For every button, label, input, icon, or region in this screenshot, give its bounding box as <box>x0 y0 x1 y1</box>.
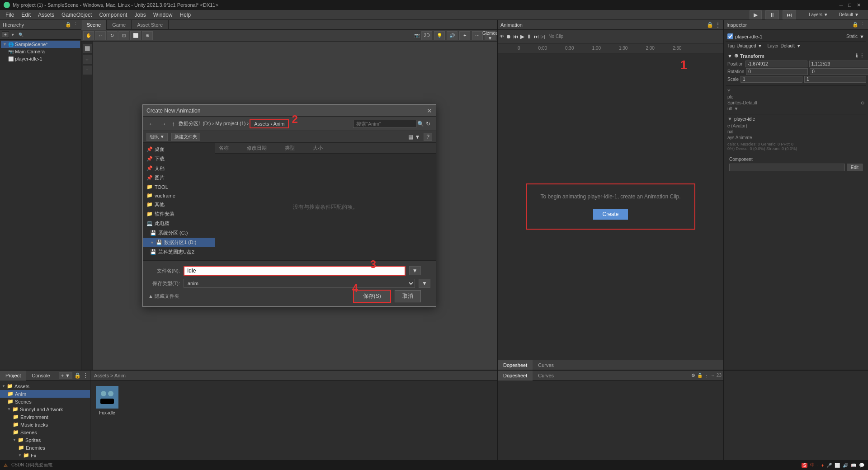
menu-help[interactable]: Help <box>176 12 195 18</box>
hierarchy-item-maincamera[interactable]: 📷 Main Camera <box>1 48 80 55</box>
tree-item-pictures[interactable]: 📌 图片 <box>143 173 215 183</box>
cancel-btn[interactable]: 取消 <box>395 290 421 302</box>
tab-curves[interactable]: Curves <box>533 360 559 370</box>
position-y-field[interactable] <box>809 61 868 67</box>
pt-item-anim[interactable]: 📁 Anim <box>0 390 90 398</box>
animator-expand[interactable]: ▼ <box>727 116 732 122</box>
inspector-lock-icon[interactable]: 🔒 <box>852 22 859 28</box>
project-add-btn[interactable]: + ▼ <box>59 372 72 379</box>
preview-icon[interactable]: 👁 <box>500 34 504 39</box>
menu-file[interactable]: File <box>2 12 18 18</box>
static-dropdown-icon[interactable]: ▼ <box>859 34 864 39</box>
pt-item-sunnyland[interactable]: ▼ 📁 SunnyLand Artwork <box>0 405 90 413</box>
pt-item-environment[interactable]: 📁 Environment <box>0 413 90 421</box>
lighting-btn[interactable]: 💡 <box>434 31 445 40</box>
scale-x-field[interactable] <box>741 76 802 83</box>
hierarchy-search-icon[interactable]: 🔍 <box>19 33 24 37</box>
minimize-btn[interactable]: ─ <box>840 2 843 8</box>
pt-item-assets[interactable]: ▼ 📁 Assets <box>0 382 90 390</box>
audio-btn[interactable]: 🔊 <box>447 31 458 40</box>
inspector-dropdown-ult[interactable]: ▼ <box>734 106 739 111</box>
hierarchy-add-btn[interactable]: + <box>2 31 9 38</box>
scene-tool-hand[interactable]: ✋ <box>83 31 94 40</box>
anim-play-btn[interactable]: ▶ <box>520 33 524 40</box>
hierarchy-menu-icon[interactable]: ⋮ <box>73 22 78 28</box>
scene-menu-btn[interactable]: ⋯ <box>472 31 483 40</box>
tag-dropdown-icon[interactable]: ▼ <box>758 44 762 48</box>
hierarchy-dropdown-icon[interactable]: ▼ <box>11 33 15 37</box>
object-active-toggle[interactable] <box>727 33 733 39</box>
scene-tool-scale[interactable]: ⊡ <box>118 31 129 40</box>
inspector-menu-icon[interactable]: ⋮ <box>860 22 865 28</box>
menu-edit[interactable]: Edit <box>18 12 34 18</box>
layer-value[interactable]: Default <box>780 43 795 48</box>
dialog-close-btn[interactable]: ✕ <box>427 107 432 114</box>
menu-assets[interactable]: Assets <box>34 12 58 18</box>
menu-window[interactable]: Window <box>150 12 176 18</box>
tab-project[interactable]: Project <box>0 371 26 381</box>
create-animation-btn[interactable]: Create <box>593 209 627 220</box>
dialog-up-btn[interactable]: ↑ <box>170 119 177 128</box>
pt-item-scenes[interactable]: 📁 Scenes <box>0 398 90 405</box>
pt-item-fx[interactable]: ▼ 📁 Fx <box>0 451 90 459</box>
hierarchy-item-samplescene[interactable]: ▼ 🌐 SampleScene* <box>1 41 80 48</box>
tree-item-drive-d[interactable]: ▼ 💾 数据分区1 (D:) <box>143 238 215 247</box>
pt-item-music[interactable]: 📁 Music tracks <box>0 421 90 428</box>
scene-tool-transform[interactable]: ⊕ <box>142 31 153 40</box>
tab-asset-store[interactable]: Asset Store <box>132 20 169 30</box>
scene-tool-move[interactable]: ↔ <box>95 31 106 40</box>
tag-value[interactable]: Untagged <box>736 43 756 48</box>
filetype-dropdown-icon[interactable]: ▼ <box>419 279 430 288</box>
close-btn[interactable]: ✕ <box>857 2 861 8</box>
hierarchy-lock-icon[interactable]: 🔒 <box>65 22 71 28</box>
asset-fox-idle[interactable]: Fox-idle <box>94 384 120 417</box>
scene-tool-rect[interactable]: ⬜ <box>130 31 141 40</box>
tree-item-other[interactable]: 📁 其他 <box>143 200 215 209</box>
organize-btn[interactable]: 组织 ▼ <box>146 133 168 141</box>
rotation-x-field[interactable] <box>746 68 808 75</box>
tab-dopesheet-bottom[interactable]: Dopesheet <box>498 371 533 381</box>
anim-record-btn[interactable]: ⏺ <box>506 33 511 40</box>
pt-item-sprites[interactable]: ▼ 📁 Sprites <box>0 436 90 444</box>
play-btn[interactable]: ▶ <box>750 10 762 19</box>
transform-menu-icon[interactable]: ⋮ <box>859 53 864 59</box>
path-active[interactable]: Assets › Anim <box>250 119 289 128</box>
menu-component[interactable]: Component <box>95 12 131 18</box>
pt-item-enemies[interactable]: 📁 Enemies <box>0 444 90 451</box>
step-btn[interactable]: ⏭ <box>783 10 796 19</box>
hidden-files-label[interactable]: ▲ 隐藏文件夹 <box>148 293 179 300</box>
maximize-btn[interactable]: □ <box>848 2 851 8</box>
scene-tool-rotate[interactable]: ↻ <box>107 31 118 40</box>
anim-goto-end[interactable]: ⏭ <box>533 33 539 40</box>
scale-y-field[interactable] <box>804 76 866 83</box>
anim-menu-icon[interactable]: ⋮ <box>715 22 721 28</box>
menu-gameobject[interactable]: GameObject <box>58 12 95 18</box>
new-folder-btn[interactable]: 新建文件夹 <box>171 133 200 141</box>
edit-component-btn[interactable]: Edit <box>847 164 863 171</box>
gizmos-btn[interactable]: Gizmos ▼ <box>485 31 495 40</box>
2d-btn[interactable]: 2D <box>421 31 432 40</box>
save-btn[interactable]: 保存(S) <box>353 290 391 303</box>
project-lock-icon[interactable]: 🔒 <box>74 372 81 379</box>
sprites-default-btn[interactable]: ⊙ <box>861 100 864 105</box>
position-x-field[interactable] <box>745 61 807 67</box>
filetype-select[interactable]: anim <box>184 279 415 288</box>
anim-pause-btn[interactable]: ⏸ <box>526 33 532 40</box>
rotation-y-field[interactable] <box>810 68 868 75</box>
anim-lock-icon[interactable]: 🔒 <box>707 22 713 28</box>
layer-dropdown-icon[interactable]: ▼ <box>797 44 801 48</box>
tree-item-desktop[interactable]: 📌 桌面 <box>143 145 215 154</box>
tree-item-drive-c[interactable]: 💾 系统分区 (C:) <box>143 228 215 238</box>
view-toggle-icon[interactable]: ▤ ▼ <box>408 134 420 140</box>
tab-console[interactable]: Console <box>26 371 55 381</box>
refresh-icon[interactable]: ↻ <box>426 121 430 127</box>
tree-item-usb[interactable]: 💾 兰科芝园志U盘2 <box>143 247 215 257</box>
filename-dropdown-icon[interactable]: ▼ <box>409 266 421 275</box>
transform-info-icon[interactable]: ℹ <box>856 53 858 59</box>
dialog-forward-btn[interactable]: → <box>158 119 168 128</box>
fx-btn[interactable]: ✦ <box>459 31 470 40</box>
tree-item-software[interactable]: 📁 软件安装 <box>143 209 215 219</box>
tree-item-tool[interactable]: 📁 TOOL <box>143 183 215 191</box>
project-menu-icon[interactable]: ⋮ <box>83 372 88 379</box>
tree-item-downloads[interactable]: 📌 下载 <box>143 154 215 164</box>
